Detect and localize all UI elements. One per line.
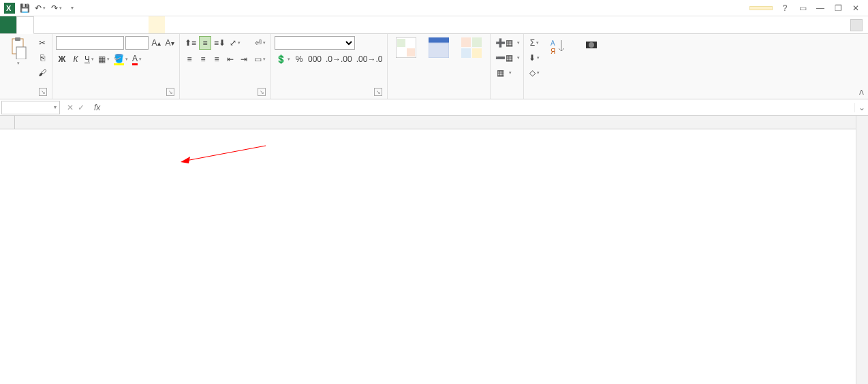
wrap-text-icon[interactable]: ⏎: [253, 36, 267, 50]
collapse-ribbon-icon[interactable]: ᐱ: [859, 89, 864, 96]
cancel-formula-icon[interactable]: ✕: [67, 103, 74, 112]
tab-design[interactable]: [149, 16, 165, 33]
indent-inc-icon[interactable]: ⇥: [238, 52, 250, 66]
ribbon-display-icon[interactable]: ▭: [797, 3, 808, 14]
svg-rect-13: [472, 48, 482, 58]
group-alignment: ⬆≡ ≡ ≡⬇ ⤢ ≡ ≡ ≡ ⇤ ⇥ ⏎ ▭ ↘: [180, 34, 271, 99]
copy-icon[interactable]: ⎘: [36, 51, 48, 65]
title-bar: X 💾 ↶ ↷ ▾ ? ▭ — ❐ ✕: [0, 0, 868, 16]
find-select-button[interactable]: [576, 36, 606, 59]
italic-icon[interactable]: К: [69, 52, 82, 66]
undo-icon[interactable]: ↶: [34, 1, 46, 15]
tab-home[interactable]: [16, 16, 34, 34]
align-top-icon[interactable]: ⬆≡: [183, 36, 198, 50]
tab-insert[interactable]: [34, 16, 50, 33]
svg-rect-10: [461, 37, 471, 47]
formula-input[interactable]: [104, 101, 854, 114]
cell-styles-button[interactable]: [456, 36, 486, 61]
qat-customize-icon[interactable]: ▾: [67, 3, 78, 14]
merge-icon[interactable]: ▭: [253, 52, 267, 66]
maximize-icon[interactable]: ❐: [833, 3, 843, 14]
user-avatar-icon[interactable]: [850, 19, 863, 31]
close-icon[interactable]: ✕: [850, 3, 861, 14]
fill-color-icon[interactable]: 🪣: [112, 52, 129, 66]
tab-view[interactable]: [116, 16, 132, 33]
tab-formulas[interactable]: [67, 16, 83, 33]
conditional-formatting-button[interactable]: [391, 36, 421, 61]
tab-data[interactable]: [83, 16, 99, 33]
worksheet-grid[interactable]: [0, 116, 868, 384]
minimize-icon[interactable]: —: [815, 3, 826, 14]
group-number: 💲 % 000 .0→.00 .00→.0 ↘: [271, 34, 388, 99]
underline-icon[interactable]: Ч: [83, 52, 95, 66]
svg-rect-8: [429, 37, 449, 43]
currency-icon[interactable]: 💲: [275, 52, 292, 66]
help-icon[interactable]: ?: [779, 3, 790, 14]
delete-cells-icon[interactable]: ➖▦: [494, 51, 514, 65]
redo-icon[interactable]: ↷: [50, 1, 63, 15]
cut-icon[interactable]: ✂: [36, 36, 48, 50]
ribbon: ▾ ✂ ⎘ 🖌 ↘ A▴ A▾ Ж К Ч: [0, 34, 868, 99]
autosum-icon[interactable]: Σ: [527, 36, 541, 50]
dec-decimal-icon[interactable]: .00→.0: [355, 52, 384, 66]
decrease-font-icon[interactable]: A▾: [164, 36, 176, 50]
group-font: A▴ A▾ Ж К Ч ▦ 🪣 A ↘: [52, 34, 180, 99]
format-painter-icon[interactable]: 🖌: [36, 66, 48, 80]
align-middle-icon[interactable]: ≡: [199, 36, 211, 50]
font-name-combo[interactable]: [56, 36, 124, 50]
svg-point-17: [589, 42, 594, 48]
increase-font-icon[interactable]: A▴: [150, 36, 162, 50]
orientation-icon[interactable]: ⤢: [228, 36, 242, 50]
tab-developer[interactable]: [132, 16, 149, 33]
tab-review[interactable]: [99, 16, 116, 33]
fill-icon[interactable]: ⬇: [527, 51, 541, 65]
select-all-corner[interactable]: [0, 116, 15, 129]
name-box[interactable]: ▾: [1, 101, 60, 114]
tab-file[interactable]: [0, 16, 16, 33]
expand-formula-bar-icon[interactable]: ⌄: [854, 103, 868, 112]
svg-text:Я: Я: [551, 48, 555, 55]
group-editing: Σ ⬇ ◇ АЯ: [524, 34, 610, 99]
font-color-icon[interactable]: A: [131, 52, 143, 66]
group-styles: [388, 34, 491, 99]
align-center-icon[interactable]: ≡: [197, 52, 209, 66]
align-left-icon[interactable]: ≡: [183, 52, 196, 66]
sort-filter-button[interactable]: АЯ: [544, 36, 574, 59]
indent-dec-icon[interactable]: ⇤: [224, 52, 236, 66]
inc-decimal-icon[interactable]: .0→.00: [324, 52, 354, 66]
comma-icon[interactable]: 000: [307, 52, 323, 66]
vertical-scrollbar[interactable]: [856, 116, 868, 384]
font-size-combo[interactable]: [125, 36, 149, 50]
svg-marker-19: [181, 157, 190, 163]
annotation-arrow: [181, 144, 269, 165]
number-format-combo[interactable]: [275, 36, 355, 50]
format-as-table-button[interactable]: [424, 36, 454, 61]
paste-button[interactable]: ▾: [3, 36, 33, 67]
svg-rect-3: [15, 37, 20, 41]
insert-cells-icon[interactable]: ➕▦: [494, 36, 514, 50]
fx-icon[interactable]: fx: [90, 103, 104, 112]
save-icon[interactable]: 💾: [19, 3, 30, 14]
group-clipboard: ▾ ✂ ⎘ 🖌 ↘: [0, 34, 52, 99]
svg-rect-7: [407, 48, 415, 57]
align-right-icon[interactable]: ≡: [211, 52, 223, 66]
clipboard-dialog-launcher[interactable]: ↘: [39, 88, 47, 96]
border-icon[interactable]: ▦: [97, 52, 111, 66]
svg-rect-4: [16, 47, 26, 59]
window-controls: ? ▭ — ❐ ✕: [773, 3, 868, 14]
tab-pagelayout[interactable]: [50, 16, 67, 33]
alignment-dialog-launcher[interactable]: ↘: [258, 88, 266, 96]
svg-line-18: [186, 146, 266, 161]
number-dialog-launcher[interactable]: ↘: [374, 88, 382, 96]
align-bottom-icon[interactable]: ≡⬇: [213, 36, 227, 50]
contextual-tab-title: [749, 6, 773, 10]
clear-icon[interactable]: ◇: [527, 66, 541, 80]
format-cells-icon[interactable]: ▦: [494, 66, 506, 80]
font-dialog-launcher[interactable]: ↘: [166, 88, 174, 96]
group-cells: ➕▦▾ ➖▦▾ ▦▾: [491, 34, 524, 99]
enter-formula-icon[interactable]: ✓: [78, 103, 84, 112]
svg-rect-9: [429, 43, 449, 58]
percent-icon[interactable]: %: [293, 52, 305, 66]
svg-rect-6: [397, 39, 405, 47]
bold-icon[interactable]: Ж: [56, 52, 68, 66]
